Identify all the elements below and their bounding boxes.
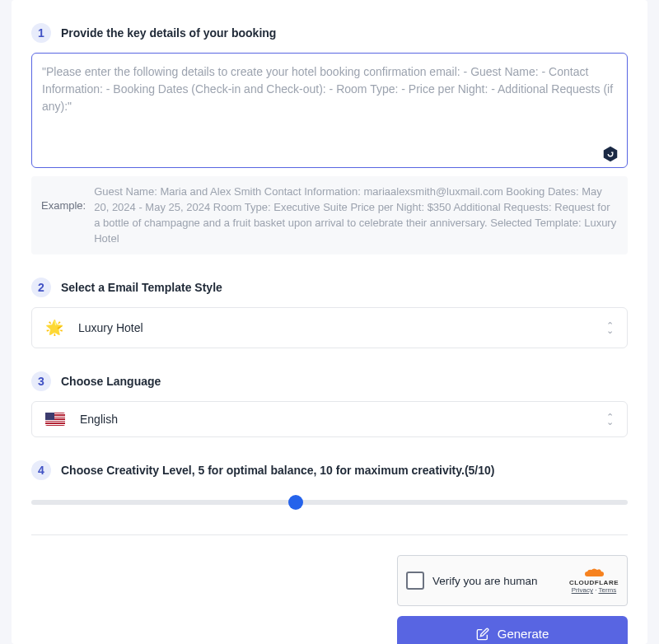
example-row: Example: Guest Name: Maria and Alex Smit…: [31, 176, 628, 254]
step-3-header: 3 Choose Language: [31, 371, 628, 391]
step-4-header: 4 Choose Creativity Level, 5 for optimal…: [31, 460, 628, 480]
step-number-4: 4: [31, 460, 51, 480]
template-style-select[interactable]: 🌟 Luxury Hotel ⌃⌄: [31, 307, 628, 348]
template-style-value: Luxury Hotel: [78, 321, 591, 334]
captcha-text: Verify you are human: [432, 575, 561, 587]
step-1-title: Provide the key details of your booking: [61, 26, 276, 40]
slider-thumb[interactable]: [288, 495, 303, 510]
step-2-title: Select a Email Template Style: [61, 281, 222, 294]
divider: [31, 534, 628, 535]
step-number-1: 1: [31, 23, 51, 43]
language-value: English: [80, 413, 591, 426]
cloud-icon: [582, 568, 605, 578]
chevron-updown-icon: ⌃⌄: [606, 323, 614, 334]
generate-button[interactable]: Generate: [397, 616, 628, 644]
example-label: Example:: [41, 184, 86, 246]
booking-details-input[interactable]: [31, 53, 628, 168]
us-flag-icon: [45, 413, 65, 426]
example-text: Guest Name: Maria and Alex Smith Contact…: [94, 184, 618, 246]
captcha-widget[interactable]: Verify you are human CLOUDFLARE Privacy …: [397, 555, 628, 606]
language-select[interactable]: English ⌃⌄: [31, 401, 628, 437]
edit-icon: [476, 628, 489, 641]
step-3-title: Choose Language: [61, 375, 161, 388]
generate-label: Generate: [498, 627, 549, 641]
step-number-3: 3: [31, 371, 51, 391]
captcha-checkbox[interactable]: [406, 572, 424, 590]
step-1-header: 1 Provide the key details of your bookin…: [31, 23, 628, 43]
step-number-2: 2: [31, 278, 51, 297]
grammarly-icon[interactable]: [601, 145, 619, 163]
chevron-updown-icon: ⌃⌄: [606, 414, 614, 425]
step-4-title: Choose Creativity Level, 5 for optimal b…: [61, 464, 494, 477]
creativity-slider[interactable]: [31, 500, 628, 505]
step-2-header: 2 Select a Email Template Style: [31, 278, 628, 297]
cloudflare-logo: CLOUDFLARE Privacy · Terms: [569, 568, 619, 594]
sparkle-icon: 🌟: [45, 319, 63, 337]
svg-marker-0: [604, 147, 618, 161]
